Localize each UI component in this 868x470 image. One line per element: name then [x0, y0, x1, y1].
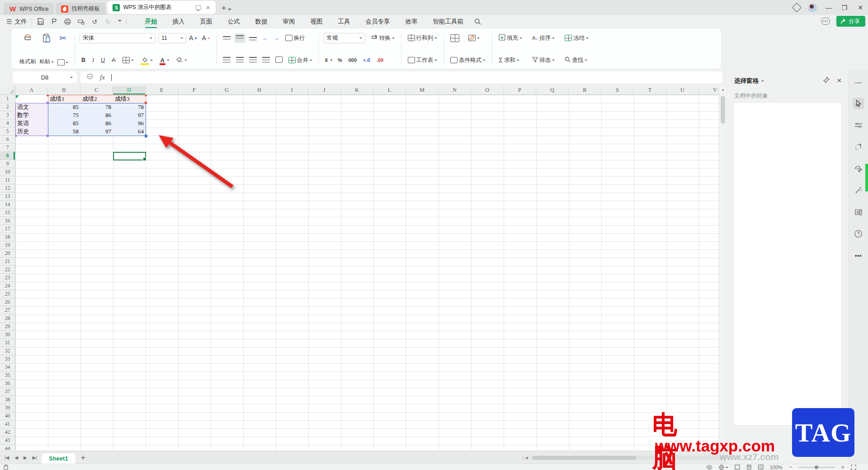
column-header-J[interactable]: J	[308, 86, 341, 94]
vertical-scroll-thumb[interactable]	[721, 96, 725, 124]
cell-B4[interactable]: 85	[48, 119, 80, 127]
eye-protect-icon[interactable]	[706, 465, 712, 470]
cell-B3[interactable]: 75	[48, 111, 80, 119]
number-format-select[interactable]: 常规	[324, 33, 365, 43]
page-break-view-icon[interactable]	[758, 465, 764, 470]
distributed-button[interactable]	[274, 55, 284, 66]
menu-tab-工具[interactable]: 工具	[330, 15, 358, 28]
row-header-40[interactable]: 40	[0, 412, 15, 420]
restore-button[interactable]: ❐	[840, 4, 849, 11]
increase-decimal-button[interactable]: +.0	[362, 57, 372, 63]
print-preview-icon[interactable]	[77, 18, 85, 25]
row-header-32[interactable]: 32	[0, 347, 15, 355]
row-header-17[interactable]: 17	[0, 225, 15, 233]
row-header-3[interactable]: 3	[0, 111, 15, 119]
align-right-button[interactable]	[248, 56, 258, 65]
row-header-20[interactable]: 20	[0, 249, 15, 258]
currency-caret-icon[interactable]	[330, 60, 333, 62]
cell-C3[interactable]: 86	[80, 111, 113, 119]
fill-button[interactable]: 填充	[497, 33, 524, 43]
row-header-28[interactable]: 28	[0, 315, 15, 323]
column-header-C[interactable]: C	[80, 86, 113, 94]
row-header-26[interactable]: 26	[0, 298, 15, 306]
cell-C5[interactable]: 97	[80, 127, 113, 136]
align-top-button[interactable]	[222, 33, 232, 43]
help-icon[interactable]: ?	[853, 228, 864, 240]
decrease-font-button[interactable]: A−	[200, 33, 212, 42]
column-header-L[interactable]: L	[373, 86, 406, 94]
page-layout-view-icon[interactable]	[746, 465, 752, 470]
row-header-39[interactable]: 39	[0, 404, 15, 412]
column-header-S[interactable]: S	[601, 86, 634, 94]
row-header-10[interactable]: 10	[0, 168, 15, 176]
prev-sheet-icon[interactable]: ◀	[14, 455, 18, 460]
horizontal-scrollbar[interactable]	[531, 456, 721, 460]
cell-D1[interactable]: 成绩3	[113, 95, 146, 103]
column-header-O[interactable]: O	[471, 86, 504, 94]
row-header-33[interactable]: 33	[0, 355, 15, 363]
bold-button[interactable]: B	[80, 56, 87, 64]
fit-screen-icon[interactable]	[851, 465, 856, 470]
row-header-30[interactable]: 30	[0, 331, 15, 339]
increase-font-button[interactable]: A+	[187, 33, 199, 42]
spreadsheet-grid[interactable]: 成绩1成绩2成绩3语文数学英语历史85787875869785869658976…	[15, 95, 719, 450]
column-header-Q[interactable]: Q	[536, 86, 569, 94]
sort-button[interactable]: A↓排序	[530, 33, 557, 43]
selection-pane-title-button[interactable]: 选择窗格	[734, 77, 764, 85]
column-header-B[interactable]: B	[48, 86, 80, 94]
paste-button[interactable]: 粘贴	[38, 32, 56, 66]
zoom-in-button[interactable]: +	[841, 464, 844, 470]
add-sheet-button[interactable]: +	[81, 453, 85, 462]
tab-wps-home[interactable]: W WPS Office	[4, 3, 54, 15]
save-icon[interactable]	[37, 18, 44, 25]
underline-button[interactable]: U	[99, 56, 107, 64]
monitor-icon[interactable]	[195, 5, 201, 10]
column-header-U[interactable]: U	[666, 86, 699, 94]
row-header-23[interactable]: 23	[0, 274, 15, 282]
undo-icon[interactable]: ↺	[91, 18, 99, 25]
close-pane-icon[interactable]: ✕	[837, 77, 842, 85]
pin-pane-icon[interactable]	[823, 77, 830, 85]
menu-tab-页面[interactable]: 页面	[193, 15, 220, 28]
align-justify-button[interactable]	[261, 56, 271, 65]
row-header-31[interactable]: 31	[0, 339, 15, 347]
export-pdf-icon[interactable]	[50, 18, 58, 25]
rows-columns-button[interactable]: 行和列	[406, 33, 439, 43]
find-button[interactable]: 查找	[563, 56, 589, 65]
row-header-6[interactable]: 6	[0, 136, 15, 144]
font-size-select[interactable]: 11	[158, 33, 186, 43]
row-header-44[interactable]: 44	[0, 445, 15, 450]
rotate-object-icon[interactable]	[853, 141, 864, 153]
menu-tab-开始[interactable]: 开始	[137, 15, 165, 28]
column-header-M[interactable]: M	[406, 86, 439, 94]
row-header-11[interactable]: 11	[0, 176, 15, 184]
cell-A5[interactable]: 历史	[15, 127, 48, 136]
cell-B2[interactable]: 85	[48, 103, 80, 111]
row-header-19[interactable]: 19	[0, 241, 15, 249]
collapse-pane-icon[interactable]: —	[853, 76, 864, 88]
magic-wand-icon[interactable]	[853, 184, 864, 196]
cell-A4[interactable]: 英语	[15, 119, 48, 127]
row-header-29[interactable]: 29	[0, 323, 15, 331]
sum-button[interactable]: Σ求和	[497, 56, 521, 65]
row-header-38[interactable]: 38	[0, 396, 15, 404]
align-center-button[interactable]	[235, 56, 245, 65]
cell-A1[interactable]	[15, 95, 48, 103]
cell-A2[interactable]: 语文	[15, 103, 48, 111]
tab-active-document[interactable]: S WPS 演示中的图表 ✕	[107, 1, 216, 14]
strikethrough-button[interactable]: A	[110, 56, 117, 64]
filter-button[interactable]: 筛选	[530, 56, 557, 65]
row-header-14[interactable]: 14	[0, 201, 15, 209]
menu-tab-插入[interactable]: 插入	[165, 15, 193, 28]
select-cursor-icon[interactable]	[853, 98, 864, 109]
formula-bar[interactable]: fx	[80, 71, 722, 83]
comma-format-button[interactable]: 000	[347, 57, 358, 63]
new-tab-button[interactable]: +	[221, 3, 226, 13]
decrease-indent-button[interactable]: ←	[261, 33, 269, 43]
user-avatar[interactable]	[808, 3, 817, 12]
row-header-2[interactable]: 2	[0, 103, 15, 111]
minimize-button[interactable]: —	[825, 4, 833, 11]
column-header-K[interactable]: K	[341, 86, 373, 94]
align-left-button[interactable]	[222, 56, 232, 65]
column-header-P[interactable]: P	[504, 86, 536, 94]
